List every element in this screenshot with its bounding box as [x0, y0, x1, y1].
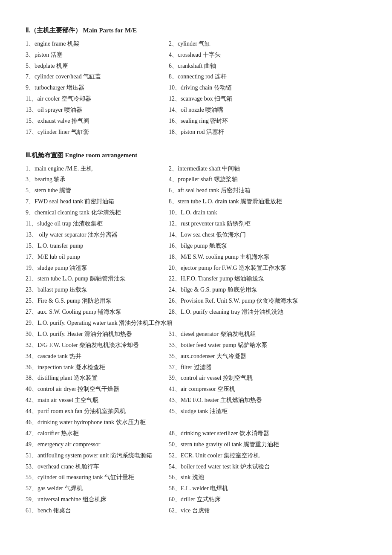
list-item: 39、control air vessel 控制空气瓶	[169, 373, 366, 384]
list-item: 18、M/E S.W. cooling pump 主机海水泵	[169, 251, 366, 263]
item-row: 11、air cooler 空气冷却器12、scanvage box 扫气箱	[26, 93, 366, 104]
list-item: 8、connecting rod 连杆	[169, 71, 366, 82]
list-item: 27、aux. S.W. Cooling pump 辅海水泵	[26, 306, 169, 318]
list-item: 8、stern tube L.O. drain tank 艉管滑油泄放柜	[169, 196, 366, 207]
list-item: 37、filter 过滤器	[169, 362, 366, 373]
section2-rows: 1、engine frame 机架2、cylinder 气缸3、piston 活…	[26, 38, 366, 138]
list-item: 23、ballast pump 压载泵	[26, 284, 169, 295]
list-item: 52、ECR. Unit cooler 集控室空冷机	[169, 450, 366, 461]
list-item: 45、sludge tank 油渣柜	[169, 406, 366, 417]
list-item: 16、bilge pump 舱底泵	[169, 240, 366, 251]
section3-title: Ⅲ.机舱布置图 Engine room arrangement	[26, 150, 366, 162]
list-item: 12、scanvage box 扫气箱	[169, 93, 366, 104]
list-item: 19、sludge pump 油渣泵	[26, 263, 169, 274]
list-item: 60、driller 立式钻床	[169, 494, 366, 505]
item-row: 5、bedplate 机座6、crankshaft 曲轴	[26, 61, 366, 72]
item-row: 51、antifouling system power unit 防污系统电源箱…	[26, 450, 366, 461]
list-item: 28、L.O. purify cleaning tray 滑油分油机洗池	[169, 306, 366, 318]
section2: Ⅱ.（主机主要部件） Main Parts for M/E 1、engine f…	[26, 25, 366, 138]
item-row: 44、purif room exh fan 分油机室抽风机45、sludge t…	[26, 406, 366, 417]
list-item: 13、oil sprayer 喷油器	[26, 104, 169, 116]
list-item: 18、piston rod 活塞杆	[169, 127, 366, 138]
list-item: 56、sink 洗池	[169, 472, 366, 483]
item-row: 23、ballast pump 压载泵24、bilge & G.S. pump …	[26, 284, 366, 295]
item-row: 1、main engine /M.E. 主机2、intermediate sha…	[26, 163, 366, 174]
list-item: 38、distilling plant 造水装置	[26, 373, 169, 384]
list-item: 57、gas welder 气焊机	[26, 483, 169, 494]
list-item: 13、 oily water separator 油水分离器	[26, 229, 169, 240]
item-row: 49、emergency air compressor50、stern tube…	[26, 439, 366, 450]
section3-rows: 1、main engine /M.E. 主机2、intermediate sha…	[26, 163, 366, 517]
list-item: 61、bench 钳桌台	[26, 505, 169, 516]
list-item: 10、driving chain 传动链	[169, 82, 366, 93]
item-row: 17、cylinder liner 气缸套18、piston rod 活塞杆	[26, 127, 366, 138]
item-row: 40、control air dryer 控制空气干燥器41、air compr…	[26, 384, 366, 395]
list-item: 43、M/E F.O. heater 主机燃油加热器	[169, 395, 366, 406]
list-item: 6、aft seal head tank 后密封油箱	[169, 185, 366, 196]
list-item: 35、aux.condenser 大气冷凝器	[169, 351, 366, 362]
list-item: 20、ejector pump for F.W.G 造水装置工作水泵	[169, 263, 366, 274]
list-item: 16、sealing ring 密封环	[169, 116, 366, 127]
item-row: 27、aux. S.W. Cooling pump 辅海水泵28、L.O. pu…	[26, 306, 366, 318]
list-item: 6、crankshaft 曲轴	[169, 61, 366, 72]
list-item: 12、rust preventer tank 防锈剂柜	[169, 218, 366, 229]
item-row: 61、bench 钳桌台62、vice 台虎钳	[26, 505, 366, 516]
list-item: 7、cylinder cover/head 气缸盖	[26, 71, 169, 82]
list-item: 58、E.L. welder 电焊机	[169, 483, 366, 494]
list-item: 48、drinking water sterilizer 饮水消毒器	[169, 428, 366, 439]
item-row: 1、engine frame 机架2、cylinder 气缸	[26, 38, 366, 49]
section3: Ⅲ.机舱布置图 Engine room arrangement 1、main e…	[26, 150, 366, 516]
list-item: 4、propeller shaft 螺旋桨轴	[169, 174, 366, 185]
item-row: 13、 oily water separator 油水分离器14、Low sea…	[26, 229, 366, 240]
list-item: 30、L.O. purify. Heater 滑油分油机加热器	[26, 329, 169, 340]
list-item: 17、cylinder liner 气缸套	[26, 127, 169, 138]
list-item: 25、Fire & G.S. pump 消防总用泵	[26, 295, 169, 306]
list-item: 59、universal machine 组合机床	[26, 494, 169, 505]
item-row: 9、turbocharger 增压器10、driving chain 传动链	[26, 82, 366, 93]
item-row: 55、cylinder oil measuring tank 气缸计量柜56、s…	[26, 472, 366, 483]
item-row: 38、distilling plant 造水装置39、control air v…	[26, 373, 366, 384]
item-row: 25、Fire & G.S. pump 消防总用泵26、Provision Re…	[26, 295, 366, 306]
item-row: 15、L.O. transfer pump16、bilge pump 舱底泵	[26, 240, 366, 251]
list-item: 22、H.F.O. Transfer pump 燃油输送泵	[169, 273, 366, 284]
item-row: 32、D/G F.W. Cooler 柴油发电机淡水冷却器33、boiler f…	[26, 340, 366, 351]
list-item: 26、Provision Ref. Unit S.W. pump 伙食冷藏海水泵	[169, 295, 366, 306]
list-item: 21、stern tube L.O. pump 艉轴管滑油泵	[26, 273, 169, 284]
list-item: 10、L.O. drain tank	[169, 207, 366, 218]
list-item: 9、chemical cleaning tank 化学清洗柜	[26, 207, 169, 218]
list-item: 14、oil nozzle 喷油嘴	[169, 104, 366, 116]
item-row: 34、cascade tank 热井35、aux.condenser 大气冷凝器	[26, 351, 366, 362]
list-item: 62、vice 台虎钳	[169, 505, 366, 516]
item-row: 15、exhaust valve 排气阀16、sealing ring 密封环	[26, 116, 366, 127]
list-item: 15、exhaust valve 排气阀	[26, 116, 169, 127]
list-item: 46、drinking water hydrophone tank 饮水压力柜	[26, 417, 366, 428]
item-row: 11、sludge oil trap 油渣收集柜12、rust prevente…	[26, 218, 366, 229]
list-item: 51、antifouling system power unit 防污系统电源箱	[26, 450, 169, 461]
item-row: 42、main air vessel 主空气瓶43、M/E F.O. heate…	[26, 395, 366, 406]
list-item: 53、overhead crane 机舱行车	[26, 461, 169, 472]
section2-title: Ⅱ.（主机主要部件） Main Parts for M/E	[26, 25, 366, 37]
item-row: 47、calorifier 热水柜48、drinking water steri…	[26, 428, 366, 439]
list-item: 50、stern tube gravity oil tank 艉管重力油柜	[169, 439, 366, 450]
item-row: 57、gas welder 气焊机58、E.L. welder 电焊机	[26, 483, 366, 494]
list-item: 42、main air vessel 主空气瓶	[26, 395, 169, 406]
item-row: 36、inspection tank 凝水检查柜37、filter 过滤器	[26, 362, 366, 373]
list-item: 33、boiler feed water pump 锅炉给水泵	[169, 340, 366, 351]
item-row: 13、oil sprayer 喷油器14、oil nozzle 喷油嘴	[26, 104, 366, 116]
item-row: 19、sludge pump 油渣泵20、ejector pump for F.…	[26, 263, 366, 274]
list-item: 14、Low sea chest 低位海水门	[169, 229, 366, 240]
item-row: 3、piston 活塞4、crosshead 十字头	[26, 49, 366, 61]
list-item: 47、calorifier 热水柜	[26, 428, 169, 439]
list-item: 1、engine frame 机架	[26, 38, 169, 49]
list-item: 40、control air dryer 控制空气干燥器	[26, 384, 169, 395]
list-item: 34、cascade tank 热井	[26, 351, 169, 362]
item-row: 7、FWD seal head tank 前密封油箱8、stern tube L…	[26, 196, 366, 207]
list-item: 24、bilge & G.S. pump 舱底总用泵	[169, 284, 366, 295]
list-item: 1、main engine /M.E. 主机	[26, 163, 169, 174]
item-row: 9、chemical cleaning tank 化学清洗柜10、L.O. dr…	[26, 207, 366, 218]
list-item: 3、piston 活塞	[26, 49, 169, 61]
list-item: 11、sludge oil trap 油渣收集柜	[26, 218, 169, 229]
item-row: 29、L.O. purify. Operating water tank 滑油分…	[26, 318, 366, 329]
list-item: 4、crosshead 十字头	[169, 49, 366, 61]
list-item: 41、air compressor 空压机	[169, 384, 366, 395]
